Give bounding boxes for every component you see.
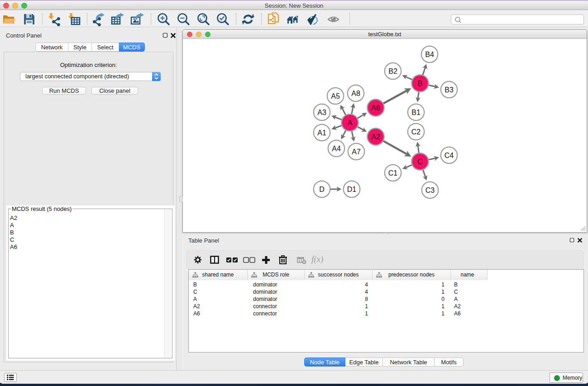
svg-text:C2: C2 xyxy=(411,128,421,136)
svg-text:A3: A3 xyxy=(317,109,326,116)
svg-text:C4: C4 xyxy=(445,152,454,159)
svg-text:D1: D1 xyxy=(347,186,357,193)
svg-text:A2: A2 xyxy=(371,133,380,141)
svg-text:D: D xyxy=(319,186,325,193)
svg-text:C1: C1 xyxy=(388,169,398,177)
svg-text:C3: C3 xyxy=(425,186,435,194)
svg-text:A7: A7 xyxy=(352,148,361,156)
svg-text:A: A xyxy=(348,119,353,127)
svg-text:B: B xyxy=(418,80,423,87)
svg-text:B1: B1 xyxy=(411,109,421,116)
svg-text:C: C xyxy=(417,158,423,166)
svg-text:A1: A1 xyxy=(317,129,326,137)
svg-text:B2: B2 xyxy=(388,67,397,75)
svg-text:A8: A8 xyxy=(351,90,360,97)
svg-text:B3: B3 xyxy=(445,86,454,94)
svg-text:A5: A5 xyxy=(331,92,340,100)
svg-text:A6: A6 xyxy=(371,104,380,112)
svg-text:A4: A4 xyxy=(332,145,341,152)
svg-text:B4: B4 xyxy=(425,51,434,58)
